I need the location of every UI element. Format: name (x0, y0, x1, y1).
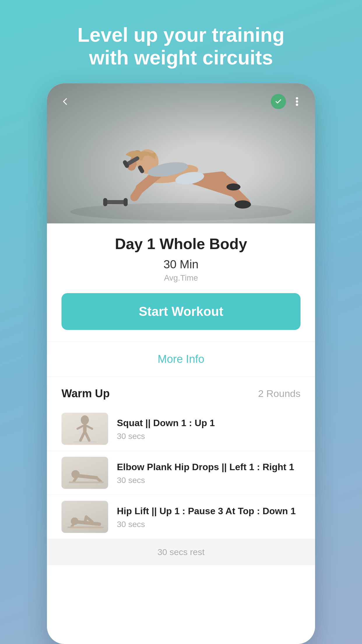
exercise-thumbnail (61, 413, 108, 445)
exercise-item[interactable]: Elbow Plank Hip Drops || Left 1 : Right … (47, 451, 315, 495)
time-value: 30 Min (61, 258, 301, 271)
svg-line-29 (85, 433, 89, 440)
section-rounds: 2 Rounds (258, 388, 301, 399)
card-body: Day 1 Whole Body 30 Min Avg.Time Start W… (47, 223, 315, 342)
exercise-info: Elbow Plank Hip Drops || Left 1 : Right … (117, 461, 301, 485)
exercise-name: Hip Lift || Up 1 : Pause 3 At Top : Down… (117, 505, 301, 517)
exercise-duration: 30 secs (117, 432, 301, 441)
svg-point-20 (226, 183, 240, 190)
svg-point-21 (296, 97, 298, 99)
svg-line-34 (96, 478, 101, 482)
svg-point-0 (70, 203, 292, 220)
exercise-info: Hip Lift || Up 1 : Pause 3 At Top : Down… (117, 505, 301, 529)
exercise-name: Squat || Down 1 : Up 1 (117, 417, 301, 429)
svg-line-27 (87, 426, 92, 429)
exercise-list: Squat || Down 1 : Up 1 30 secs (47, 407, 315, 539)
more-info-button[interactable]: More Info (158, 353, 205, 365)
svg-line-26 (78, 426, 83, 429)
exercise-item[interactable]: Hip Lift || Up 1 : Pause 3 At Top : Down… (47, 495, 315, 539)
time-label: Avg.Time (61, 273, 301, 283)
more-info-section: More Info (47, 342, 315, 377)
page-headline: Level up your training with weight circu… (54, 23, 308, 69)
svg-rect-35 (69, 482, 104, 483)
exercise-name: Elbow Plank Hip Drops || Left 1 : Right … (117, 461, 301, 473)
warmup-section-header: Warm Up 2 Rounds (47, 377, 315, 407)
section-title: Warm Up (61, 387, 110, 400)
rest-bar: 30 secs rest (47, 539, 315, 565)
exercise-thumbnail (61, 457, 108, 489)
phone-card: Day 1 Whole Body 30 Min Avg.Time Start W… (47, 83, 315, 644)
workout-title: Day 1 Whole Body (61, 235, 301, 253)
more-options-button[interactable] (289, 94, 305, 109)
svg-line-9 (134, 188, 140, 197)
check-button[interactable] (271, 94, 286, 109)
svg-line-32 (78, 476, 96, 478)
svg-point-24 (81, 415, 89, 425)
svg-rect-17 (103, 198, 107, 206)
svg-rect-18 (124, 198, 128, 206)
svg-point-22 (296, 100, 298, 103)
exercise-thumbnail (61, 501, 108, 533)
back-button[interactable] (57, 94, 73, 109)
svg-rect-16 (105, 200, 126, 204)
exercise-info: Squat || Down 1 : Up 1 30 secs (117, 417, 301, 441)
svg-line-38 (76, 522, 99, 524)
start-workout-button[interactable]: Start Workout (61, 293, 301, 330)
workout-time: 30 Min (61, 258, 301, 271)
svg-rect-42 (67, 526, 104, 528)
hero-image (47, 83, 315, 223)
svg-point-23 (296, 104, 298, 106)
exercise-duration: 30 secs (117, 520, 301, 529)
svg-line-28 (80, 433, 84, 440)
exercise-item[interactable]: Squat || Down 1 : Up 1 30 secs (47, 407, 315, 451)
exercise-duration: 30 secs (117, 476, 301, 485)
svg-point-19 (235, 200, 251, 209)
svg-line-40 (86, 517, 92, 522)
